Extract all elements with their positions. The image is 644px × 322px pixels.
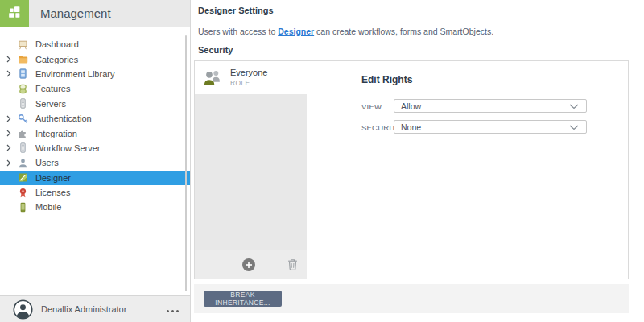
designer-icon — [18, 172, 34, 183]
folder-icon — [18, 54, 34, 64]
sidebar-item-mobile[interactable]: Mobile — [0, 200, 190, 214]
sidebar-item-authentication[interactable]: Authentication — [0, 111, 190, 126]
app-title: Management — [40, 6, 111, 20]
sidebar-item-label: Licenses — [35, 188, 70, 197]
sidebar-item-features[interactable]: Features — [0, 81, 190, 96]
chevron-right-icon[interactable] — [6, 115, 18, 122]
sidebar-item-servers[interactable]: Servers — [0, 97, 190, 111]
member-item-everyone[interactable]: Everyone ROLE — [195, 61, 307, 94]
member-toolbar — [195, 250, 307, 279]
description-suffix: can create workflows, forms and SmartObj… — [314, 27, 493, 36]
chevron-right-icon[interactable] — [6, 130, 18, 137]
management-console: Management Dashboard Categories — [0, 0, 644, 322]
designer-link[interactable]: Designer — [278, 27, 314, 36]
description-prefix: Users with access to — [198, 27, 278, 36]
puzzle-icon — [18, 128, 34, 138]
sidebar-item-label: Workflow Server — [35, 143, 100, 153]
edit-rights-title: Edit Rights — [361, 74, 412, 85]
person-circle-icon — [13, 299, 33, 320]
chevron-down-icon — [569, 125, 579, 130]
sidebar-item-designer[interactable]: Designer — [0, 171, 190, 185]
sidebar-item-label: Servers — [35, 99, 66, 109]
sidebar-item-label: Dashboard — [35, 39, 79, 49]
sidebar-item-label: Authentication — [35, 114, 92, 123]
sidebar-item-integration[interactable]: Integration — [0, 126, 190, 140]
sidebar-item-licenses[interactable]: Licenses — [0, 185, 190, 200]
sidebar: Management Dashboard Categories — [0, 0, 191, 322]
page-title: Designer Settings — [198, 6, 274, 15]
license-icon — [18, 188, 34, 198]
sidebar-item-users[interactable]: Users — [0, 155, 190, 170]
delete-member-button[interactable] — [287, 258, 298, 274]
sidebar-titlebar: Management — [29, 0, 190, 27]
member-list-column: Everyone ROLE — [195, 61, 307, 279]
sidebar-item-dashboard[interactable]: Dashboard — [0, 37, 190, 52]
sidebar-item-label: Mobile — [35, 202, 61, 212]
trash-icon — [287, 258, 298, 274]
sidebar-item-environment-library[interactable]: Environment Library — [0, 67, 190, 81]
main-panel: Designer Settings Users with access to D… — [191, 0, 644, 322]
break-inheritance-button[interactable]: BREAK INHERITANCE... — [204, 291, 282, 307]
member-list[interactable] — [195, 94, 307, 250]
member-type-badge: ROLE — [230, 79, 250, 87]
sidebar-item-label: Users — [35, 158, 59, 167]
view-rights-select[interactable]: Allow — [394, 99, 587, 113]
security-rights-select[interactable]: None — [394, 120, 587, 134]
view-rights-value: Allow — [401, 101, 421, 111]
user-icon — [18, 158, 34, 168]
sidebar-item-label: Designer — [35, 173, 71, 183]
sidebar-item-label: Categories — [35, 55, 78, 64]
mobile-icon — [18, 202, 34, 213]
bottom-action-strip: BREAK INHERITANCE... — [194, 284, 629, 313]
ellipsis-icon[interactable] — [167, 310, 179, 312]
sidebar-item-label: Environment Library — [35, 69, 114, 79]
sidebar-item-label: Features — [35, 84, 70, 93]
chevron-down-icon — [569, 104, 579, 109]
app-logo[interactable] — [0, 0, 29, 27]
chevron-right-icon[interactable] — [6, 70, 18, 77]
security-section-title: Security — [198, 45, 233, 55]
dashboard-icon — [18, 39, 34, 50]
grid-logo-icon — [6, 4, 23, 23]
current-user-name: Denallix Administrator — [41, 304, 126, 314]
user-bar: Denallix Administrator — [0, 295, 190, 322]
add-member-button[interactable] — [242, 258, 255, 271]
sidebar-tree: Dashboard Categories Environment Library — [0, 37, 190, 215]
security-rights-value: None — [401, 122, 421, 132]
chevron-right-icon[interactable] — [6, 159, 18, 167]
features-icon — [18, 84, 34, 94]
server-icon — [18, 142, 34, 153]
chevron-right-icon[interactable] — [6, 144, 18, 151]
member-name: Everyone — [230, 68, 267, 77]
library-icon — [18, 68, 34, 79]
sidebar-scrollbar[interactable] — [185, 35, 187, 291]
security-card: Everyone ROLE — [194, 60, 629, 279]
chevron-right-icon[interactable] — [6, 56, 18, 63]
view-field-label: VIEW — [361, 102, 382, 111]
sidebar-item-categories[interactable]: Categories — [0, 52, 190, 66]
sidebar-item-workflow-server[interactable]: Workflow Server — [0, 141, 190, 155]
server-icon — [18, 98, 34, 109]
description-text: Users with access to Designer can create… — [198, 27, 493, 36]
plus-icon — [245, 258, 253, 272]
key-icon — [18, 114, 34, 124]
role-people-icon — [201, 68, 224, 90]
sidebar-item-label: Integration — [35, 129, 77, 138]
sidebar-header: Management — [0, 0, 190, 27]
